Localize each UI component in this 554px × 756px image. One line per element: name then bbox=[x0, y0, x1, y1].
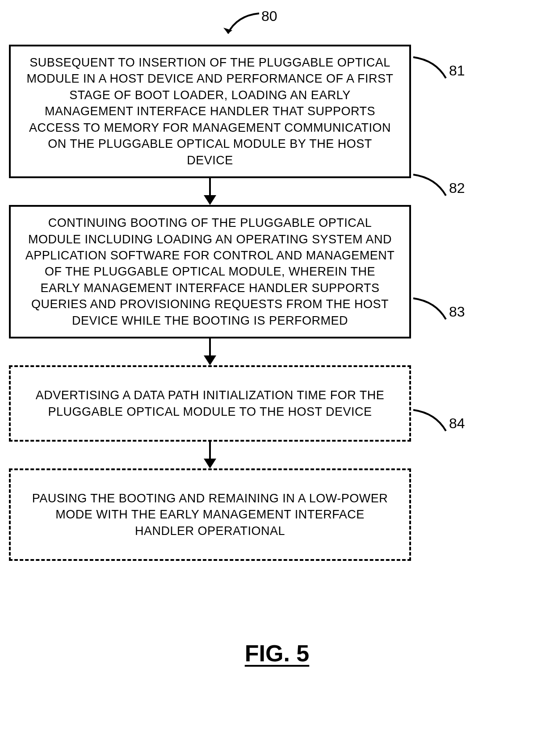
diagram-main-reference: 80 bbox=[261, 8, 277, 25]
step-text: SUBSEQUENT TO INSERTION OF THE PLUGGABLE… bbox=[26, 56, 393, 167]
flowchart-arrow bbox=[9, 338, 411, 365]
step-text: PAUSING THE BOOTING AND REMAINING IN A L… bbox=[32, 492, 388, 538]
flowchart-container: SUBSEQUENT TO INSERTION OF THE PLUGGABLE… bbox=[9, 45, 411, 561]
flowchart-step-82: CONTINUING BOOTING OF THE PLUGGABLE OPTI… bbox=[9, 205, 411, 338]
step-text: ADVERTISING A DATA PATH INITIALIZATION T… bbox=[36, 388, 385, 418]
reference-label-83: 83 bbox=[449, 304, 465, 320]
flowchart-arrow bbox=[9, 178, 411, 205]
reference-pointer-83 bbox=[411, 295, 451, 326]
flowchart-step-81: SUBSEQUENT TO INSERTION OF THE PLUGGABLE… bbox=[9, 45, 411, 178]
flowchart-step-83: ADVERTISING A DATA PATH INITIALIZATION T… bbox=[9, 365, 411, 442]
figure-title: FIG. 5 bbox=[245, 640, 309, 667]
reference-label-84: 84 bbox=[449, 415, 465, 432]
reference-pointer-81 bbox=[411, 54, 451, 85]
reference-pointer-84 bbox=[411, 406, 451, 438]
flowchart-step-84: PAUSING THE BOOTING AND REMAINING IN A L… bbox=[9, 468, 411, 561]
reference-label-82: 82 bbox=[449, 180, 465, 196]
step-text: CONTINUING BOOTING OF THE PLUGGABLE OPTI… bbox=[25, 216, 395, 327]
diagram-pointer-arrow bbox=[214, 9, 264, 45]
flowchart-arrow bbox=[9, 442, 411, 468]
reference-label-81: 81 bbox=[449, 63, 465, 79]
reference-pointer-82 bbox=[411, 171, 451, 202]
